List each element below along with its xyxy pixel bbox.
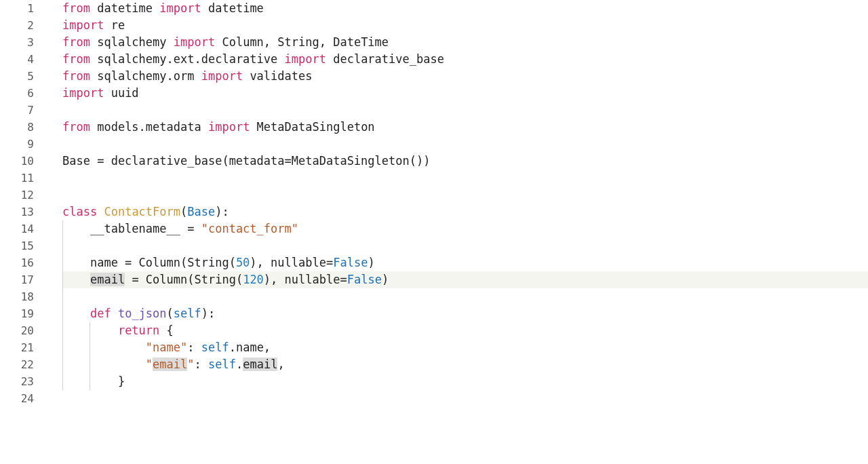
code-token: False [347, 273, 382, 286]
code-token: Base [187, 205, 215, 218]
code-line[interactable]: email = Column(String(120), nullable=Fal… [62, 271, 868, 288]
code-token: import [174, 35, 215, 49]
code-line[interactable] [62, 288, 868, 305]
code-token: " [146, 357, 153, 371]
code-token: import [285, 52, 326, 66]
code-token [62, 273, 90, 286]
code-token: " [187, 357, 194, 371]
code-editor[interactable]: 123456789101112131415161718192021222324 … [0, 0, 868, 464]
indent-guide [62, 288, 63, 305]
code-area[interactable]: from datetime import datetimeimport refr… [47, 0, 868, 464]
code-token: declarative_base [326, 52, 444, 66]
indent-guide [62, 271, 63, 288]
code-token: = Column(String( [125, 273, 243, 286]
indent-guide [62, 305, 63, 322]
line-number: 7 [0, 102, 47, 119]
line-number: 9 [0, 136, 47, 153]
code-token: sqlalchemy.orm [90, 69, 201, 83]
code-token [111, 307, 118, 320]
code-line[interactable] [62, 102, 868, 119]
indent-guide [62, 322, 63, 339]
code-token: ( [167, 307, 174, 320]
code-token: uuid [104, 86, 138, 100]
line-number: 5 [0, 68, 47, 85]
code-token: def [90, 307, 111, 320]
line-number: 21 [0, 339, 47, 356]
line-number: 12 [0, 187, 47, 204]
code-token: .name, [229, 341, 271, 354]
code-line[interactable] [62, 187, 868, 204]
line-number: 8 [0, 119, 47, 136]
code-line[interactable]: __tablename__ = "contact_form" [62, 220, 868, 237]
code-token: from [62, 1, 90, 15]
code-token: { [159, 324, 173, 337]
line-number: 14 [0, 220, 47, 237]
code-line[interactable]: import uuid [62, 85, 868, 102]
line-number: 13 [0, 204, 47, 220]
code-line[interactable]: name = Column(String(50), nullable=False… [62, 254, 868, 271]
line-number: 10 [0, 153, 47, 170]
code-token: datetime [90, 1, 159, 15]
code-line[interactable] [62, 136, 868, 153]
code-line[interactable] [62, 170, 868, 187]
code-token: } [62, 374, 125, 388]
code-line[interactable]: def to_json(self): [62, 305, 868, 322]
code-line[interactable] [62, 237, 868, 254]
line-number: 3 [0, 34, 47, 51]
code-token [62, 307, 90, 320]
line-number-gutter: 123456789101112131415161718192021222324 [0, 0, 47, 464]
line-number: 20 [0, 322, 47, 339]
indent-guide [62, 339, 63, 356]
code-token: False [333, 256, 368, 269]
indent-guide [90, 322, 90, 339]
code-token: 120 [243, 273, 264, 286]
code-token: ): [201, 307, 215, 320]
line-number: 4 [0, 51, 47, 68]
indent-guide [62, 373, 63, 390]
code-token: import [62, 18, 104, 32]
code-token: Base = declarative_base(metadata=MetaDat… [62, 154, 430, 168]
code-token: validates [243, 69, 312, 83]
code-line[interactable]: "email": self.email, [62, 356, 868, 373]
line-number: 15 [0, 237, 47, 254]
code-line[interactable]: from sqlalchemy.ext.declarative import d… [62, 51, 868, 68]
code-token: ContactForm [104, 205, 180, 218]
code-token: "contact_form" [201, 222, 298, 235]
code-line[interactable]: Base = declarative_base(metadata=MetaDat… [62, 153, 868, 170]
code-line[interactable]: import re [62, 17, 868, 34]
code-line[interactable] [62, 390, 868, 407]
code-line[interactable]: from sqlalchemy.orm import validates [62, 68, 868, 85]
code-token: ), nullable= [250, 256, 333, 269]
code-token: import [201, 69, 243, 83]
code-token: Column, String, DateTime [215, 35, 389, 49]
line-number: 16 [0, 254, 47, 271]
code-token: sqlalchemy.ext.declarative [90, 52, 285, 66]
line-number: 17 [0, 271, 47, 288]
code-token: self [208, 357, 236, 371]
code-token: sqlalchemy [90, 35, 174, 49]
code-token: __tablename__ = [62, 222, 201, 235]
code-line[interactable]: from sqlalchemy import Column, String, D… [62, 34, 868, 51]
code-token: from [62, 35, 90, 49]
code-token: email [153, 357, 187, 371]
code-token: : [187, 341, 201, 354]
line-number: 24 [0, 390, 47, 407]
code-token: ) [368, 256, 374, 269]
code-line[interactable]: from datetime import datetime [62, 0, 868, 17]
indent-guide [62, 237, 63, 254]
code-token: class [62, 205, 97, 218]
code-token: ), nullable= [264, 273, 347, 286]
code-line[interactable]: return { [62, 322, 868, 339]
code-token: 50 [236, 256, 250, 269]
code-token: import [62, 86, 104, 100]
code-token: "name" [146, 341, 187, 354]
code-line[interactable]: "name": self.name, [62, 339, 868, 356]
code-token [97, 205, 104, 218]
code-line[interactable]: from models.metadata import MetaDataSing… [62, 119, 868, 136]
line-number: 6 [0, 85, 47, 102]
code-line[interactable]: } [62, 373, 868, 390]
code-token: ( [180, 205, 187, 218]
code-line[interactable]: class ContactForm(Base): [62, 204, 868, 220]
code-token: models.metadata [90, 120, 208, 134]
indent-guide [90, 356, 90, 373]
